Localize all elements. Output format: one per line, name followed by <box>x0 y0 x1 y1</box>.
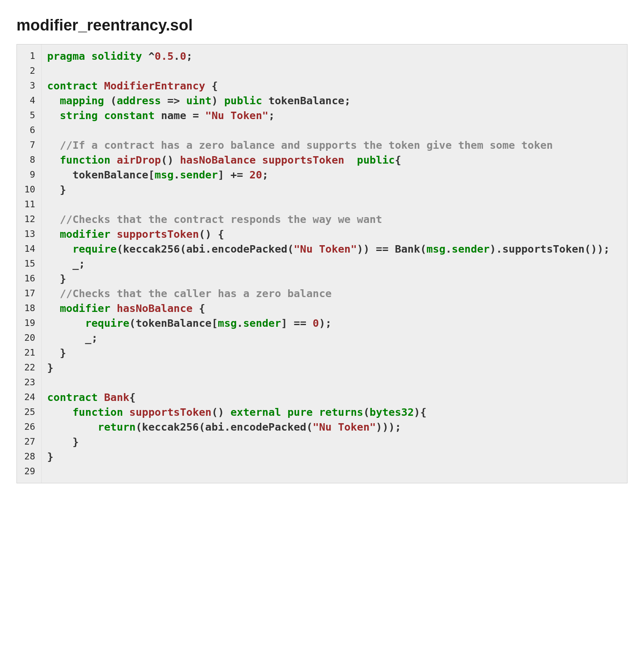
line-number: 11 <box>17 197 41 212</box>
token-fn: supportsToken <box>129 406 212 418</box>
code-line[interactable]: contract ModifierEntrancy { <box>47 78 628 93</box>
token-str: "Nu Token" <box>205 109 268 122</box>
line-number: 13 <box>17 227 41 241</box>
token-pl: () <box>212 406 231 418</box>
token-kw: contract <box>47 391 98 403</box>
token-pl: (tokenBalance[ <box>129 317 218 329</box>
token-kw: function <box>60 154 110 166</box>
token-pl <box>313 406 319 418</box>
code-line[interactable]: //Checks that the contract responds the … <box>47 212 628 227</box>
token-pl: ) <box>212 94 224 107</box>
token-ty: ModifierEntrancy <box>104 80 205 92</box>
code-line[interactable]: } <box>47 434 628 449</box>
code-line[interactable]: function airDrop() hasNoBalance supports… <box>47 152 628 167</box>
token-ty: Bank <box>104 391 129 403</box>
token-kw: sender <box>452 243 490 255</box>
code-line[interactable]: } <box>47 182 628 197</box>
code-line[interactable]: tokenBalance[msg.sender] += 20; <box>47 167 628 182</box>
code-line[interactable] <box>47 197 628 212</box>
token-pl <box>110 302 117 314</box>
token-pl: _; <box>47 258 85 270</box>
line-number: 3 <box>17 78 41 93</box>
code-line[interactable] <box>47 123 628 138</box>
token-pl: { <box>395 154 401 166</box>
code-line[interactable] <box>47 63 628 78</box>
token-pl <box>256 154 262 166</box>
token-fn: supportsToken <box>262 154 345 166</box>
code-line[interactable]: string constant name = "Nu Token"; <box>47 108 628 123</box>
token-kw: external <box>231 406 281 418</box>
line-number: 14 <box>17 241 41 256</box>
token-fn: hasNoBalance <box>117 302 192 314</box>
code-line[interactable]: _; <box>47 330 628 345</box>
code-line[interactable]: modifier supportsToken() { <box>47 227 628 241</box>
token-pl: } <box>47 436 79 448</box>
code-line[interactable]: } <box>47 271 628 286</box>
token-pl <box>47 287 60 300</box>
code-line[interactable]: function supportsToken() external pure r… <box>47 405 628 419</box>
file-title: modifier_reentrancy.sol <box>16 16 628 34</box>
code-line[interactable]: contract Bank{ <box>47 390 628 405</box>
token-cm: //If a contract has a zero balance and s… <box>60 139 553 151</box>
code-line[interactable]: } <box>47 360 628 375</box>
code-line[interactable]: require(keccak256(abi.encodePacked("Nu T… <box>47 241 628 256</box>
token-num: 20 <box>250 169 262 181</box>
token-kw: uint <box>186 94 211 107</box>
token-pl <box>344 154 357 166</box>
token-pl: ( <box>363 406 369 418</box>
line-number: 2 <box>17 63 41 78</box>
token-cm: //Checks that the caller has a zero bala… <box>60 287 331 300</box>
token-pl: . <box>174 169 180 181</box>
token-pl: } <box>47 272 66 285</box>
line-number: 4 <box>17 93 41 108</box>
line-number: 25 <box>17 405 41 419</box>
code-line[interactable]: _; <box>47 256 628 271</box>
token-pl: ; <box>262 169 268 181</box>
line-number: 9 <box>17 167 41 182</box>
line-number: 23 <box>17 375 41 390</box>
code-line[interactable]: mapping (address => uint) public tokenBa… <box>47 93 628 108</box>
token-kw: public <box>224 94 262 107</box>
code-line[interactable]: pragma solidity ^0.5.0; <box>47 49 628 63</box>
line-number: 27 <box>17 434 41 449</box>
code-line[interactable] <box>47 464 628 479</box>
line-number: 22 <box>17 360 41 375</box>
line-number: 7 <box>17 138 41 152</box>
line-number: 17 <box>17 286 41 301</box>
line-number: 21 <box>17 345 41 360</box>
token-pl <box>47 94 60 107</box>
token-pl: } <box>47 361 54 374</box>
token-kw: public <box>357 154 395 166</box>
token-pl <box>98 391 104 403</box>
token-pl: () { <box>199 228 224 240</box>
token-pl <box>47 243 72 255</box>
line-number: 10 <box>17 182 41 197</box>
code-line[interactable]: } <box>47 345 628 360</box>
token-pl: () <box>161 154 180 166</box>
token-kw: pragma <box>47 50 85 62</box>
code-line[interactable]: modifier hasNoBalance { <box>47 301 628 316</box>
code-line[interactable]: //Checks that the caller has a zero bala… <box>47 286 628 301</box>
token-kw: return <box>98 421 135 433</box>
token-pl: => <box>161 94 186 107</box>
token-kw: returns <box>319 406 363 418</box>
token-pl: } <box>47 450 54 463</box>
token-pl <box>47 421 98 433</box>
token-pl <box>110 154 117 166</box>
code-line[interactable] <box>47 375 628 390</box>
code-line[interactable]: } <box>47 449 628 464</box>
token-pl: { <box>129 391 135 403</box>
code-content[interactable]: pragma solidity ^0.5.0;contract Modifier… <box>42 45 628 483</box>
token-num: 0 <box>180 50 186 62</box>
code-line[interactable]: //If a contract has a zero balance and s… <box>47 138 628 152</box>
token-kw: require <box>85 317 129 329</box>
token-pl: tokenBalance[ <box>47 169 155 181</box>
line-number: 1 <box>17 49 41 63</box>
token-kw: pure <box>287 406 313 418</box>
code-line[interactable]: return(keccak256(abi.encodePacked("Nu To… <box>47 419 628 434</box>
code-line[interactable]: require(tokenBalance[msg.sender] == 0); <box>47 316 628 330</box>
line-number: 12 <box>17 212 41 227</box>
token-pl: ).supportsToken()); <box>490 243 610 255</box>
token-kw: sender <box>243 317 281 329</box>
line-number: 15 <box>17 256 41 271</box>
